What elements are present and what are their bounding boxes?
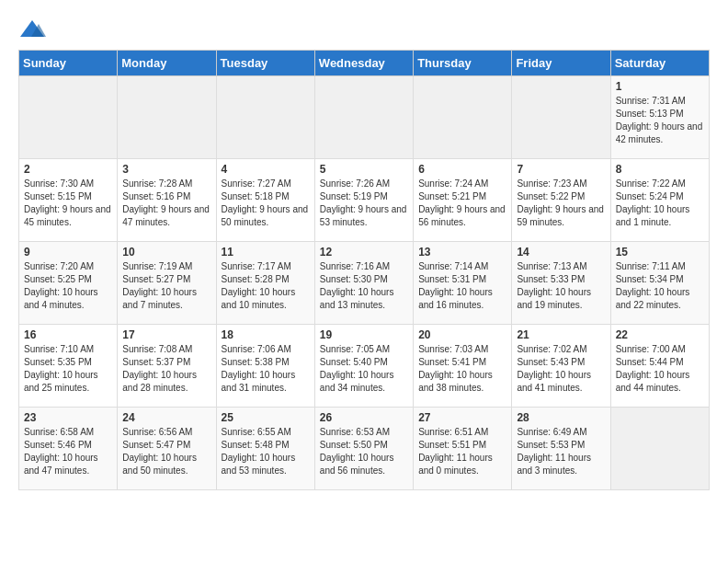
day-cell: 12Sunrise: 7:16 AM Sunset: 5:30 PM Dayli… xyxy=(314,242,413,325)
day-cell: 6Sunrise: 7:24 AM Sunset: 5:21 PM Daylig… xyxy=(414,159,512,242)
weekday-header-friday: Friday xyxy=(512,51,610,76)
day-cell: 3Sunrise: 7:28 AM Sunset: 5:16 PM Daylig… xyxy=(118,159,216,242)
day-number: 20 xyxy=(418,328,506,341)
day-cell: 2Sunrise: 7:30 AM Sunset: 5:15 PM Daylig… xyxy=(19,159,118,242)
week-row-3: 9Sunrise: 7:20 AM Sunset: 5:25 PM Daylig… xyxy=(19,242,710,325)
day-info: Sunrise: 7:02 AM Sunset: 5:43 PM Dayligh… xyxy=(517,343,605,395)
day-cell: 4Sunrise: 7:27 AM Sunset: 5:18 PM Daylig… xyxy=(216,159,314,242)
day-cell xyxy=(414,76,512,159)
day-info: Sunrise: 7:16 AM Sunset: 5:30 PM Dayligh… xyxy=(320,260,408,312)
day-info: Sunrise: 7:06 AM Sunset: 5:38 PM Dayligh… xyxy=(222,343,310,395)
day-number: 16 xyxy=(24,328,112,341)
day-info: Sunrise: 7:19 AM Sunset: 5:27 PM Dayligh… xyxy=(122,260,210,312)
day-info: Sunrise: 7:26 AM Sunset: 5:19 PM Dayligh… xyxy=(320,178,408,229)
day-number: 18 xyxy=(222,328,310,341)
day-cell xyxy=(610,408,709,490)
week-row-2: 2Sunrise: 7:30 AM Sunset: 5:15 PM Daylig… xyxy=(19,159,710,242)
day-number: 17 xyxy=(122,328,210,341)
day-cell: 18Sunrise: 7:06 AM Sunset: 5:38 PM Dayli… xyxy=(216,325,314,408)
day-info: Sunrise: 7:00 AM Sunset: 5:44 PM Dayligh… xyxy=(616,343,704,395)
day-cell: 19Sunrise: 7:05 AM Sunset: 5:40 PM Dayli… xyxy=(314,325,413,408)
day-cell: 16Sunrise: 7:10 AM Sunset: 5:35 PM Dayli… xyxy=(19,325,118,408)
day-info: Sunrise: 7:24 AM Sunset: 5:21 PM Dayligh… xyxy=(418,178,506,229)
day-number: 14 xyxy=(517,246,605,259)
weekday-header-thursday: Thursday xyxy=(414,51,512,76)
day-number: 26 xyxy=(320,411,408,424)
day-number: 27 xyxy=(418,411,506,424)
day-cell: 23Sunrise: 6:58 AM Sunset: 5:46 PM Dayli… xyxy=(19,408,118,490)
day-info: Sunrise: 7:28 AM Sunset: 5:16 PM Dayligh… xyxy=(122,178,210,229)
day-cell: 26Sunrise: 6:53 AM Sunset: 5:50 PM Dayli… xyxy=(314,408,413,490)
day-cell: 7Sunrise: 7:23 AM Sunset: 5:22 PM Daylig… xyxy=(512,159,610,242)
day-number: 10 xyxy=(122,246,210,259)
day-cell: 15Sunrise: 7:11 AM Sunset: 5:34 PM Dayli… xyxy=(610,242,709,325)
day-cell: 11Sunrise: 7:17 AM Sunset: 5:28 PM Dayli… xyxy=(216,242,314,325)
day-cell: 13Sunrise: 7:14 AM Sunset: 5:31 PM Dayli… xyxy=(414,242,512,325)
day-info: Sunrise: 6:56 AM Sunset: 5:47 PM Dayligh… xyxy=(122,426,210,477)
day-cell: 1Sunrise: 7:31 AM Sunset: 5:13 PM Daylig… xyxy=(610,76,709,159)
weekday-header-wednesday: Wednesday xyxy=(314,51,413,76)
day-cell: 9Sunrise: 7:20 AM Sunset: 5:25 PM Daylig… xyxy=(19,242,118,325)
day-number: 12 xyxy=(320,246,408,259)
day-number: 13 xyxy=(418,246,506,259)
day-cell: 28Sunrise: 6:49 AM Sunset: 5:53 PM Dayli… xyxy=(512,408,610,490)
day-cell: 5Sunrise: 7:26 AM Sunset: 5:19 PM Daylig… xyxy=(314,159,413,242)
day-cell: 27Sunrise: 6:51 AM Sunset: 5:51 PM Dayli… xyxy=(414,408,512,490)
day-number: 21 xyxy=(517,328,605,341)
day-cell xyxy=(314,76,413,159)
day-info: Sunrise: 7:13 AM Sunset: 5:33 PM Dayligh… xyxy=(517,260,605,312)
day-info: Sunrise: 7:23 AM Sunset: 5:22 PM Dayligh… xyxy=(517,178,605,229)
week-row-1: 1Sunrise: 7:31 AM Sunset: 5:13 PM Daylig… xyxy=(19,76,710,159)
day-number: 3 xyxy=(122,163,210,176)
day-info: Sunrise: 6:51 AM Sunset: 5:51 PM Dayligh… xyxy=(418,426,506,477)
day-info: Sunrise: 7:11 AM Sunset: 5:34 PM Dayligh… xyxy=(616,260,704,312)
logo xyxy=(18,18,50,40)
day-cell: 25Sunrise: 6:55 AM Sunset: 5:48 PM Dayli… xyxy=(216,408,314,490)
logo-icon xyxy=(18,18,46,40)
week-row-4: 16Sunrise: 7:10 AM Sunset: 5:35 PM Dayli… xyxy=(19,325,710,408)
day-number: 2 xyxy=(24,163,112,176)
day-number: 6 xyxy=(418,163,506,176)
day-info: Sunrise: 7:03 AM Sunset: 5:41 PM Dayligh… xyxy=(418,343,506,395)
day-cell: 10Sunrise: 7:19 AM Sunset: 5:27 PM Dayli… xyxy=(118,242,216,325)
day-info: Sunrise: 7:17 AM Sunset: 5:28 PM Dayligh… xyxy=(222,260,310,312)
day-info: Sunrise: 7:10 AM Sunset: 5:35 PM Dayligh… xyxy=(24,343,112,395)
day-info: Sunrise: 7:30 AM Sunset: 5:15 PM Dayligh… xyxy=(24,178,112,229)
day-cell: 14Sunrise: 7:13 AM Sunset: 5:33 PM Dayli… xyxy=(512,242,610,325)
weekday-header-saturday: Saturday xyxy=(610,51,709,76)
day-cell xyxy=(512,76,610,159)
day-info: Sunrise: 6:49 AM Sunset: 5:53 PM Dayligh… xyxy=(517,426,605,477)
day-cell: 21Sunrise: 7:02 AM Sunset: 5:43 PM Dayli… xyxy=(512,325,610,408)
day-info: Sunrise: 7:27 AM Sunset: 5:18 PM Dayligh… xyxy=(222,178,310,229)
day-number: 24 xyxy=(122,411,210,424)
day-cell: 22Sunrise: 7:00 AM Sunset: 5:44 PM Dayli… xyxy=(610,325,709,408)
day-cell: 8Sunrise: 7:22 AM Sunset: 5:24 PM Daylig… xyxy=(610,159,709,242)
day-number: 8 xyxy=(616,163,704,176)
day-info: Sunrise: 7:14 AM Sunset: 5:31 PM Dayligh… xyxy=(418,260,506,312)
day-info: Sunrise: 6:55 AM Sunset: 5:48 PM Dayligh… xyxy=(222,426,310,477)
day-cell: 24Sunrise: 6:56 AM Sunset: 5:47 PM Dayli… xyxy=(118,408,216,490)
day-cell xyxy=(216,76,314,159)
day-number: 11 xyxy=(222,246,310,259)
header xyxy=(18,18,710,40)
calendar-table: SundayMondayTuesdayWednesdayThursdayFrid… xyxy=(18,50,710,490)
day-info: Sunrise: 7:20 AM Sunset: 5:25 PM Dayligh… xyxy=(24,260,112,312)
day-cell: 20Sunrise: 7:03 AM Sunset: 5:41 PM Dayli… xyxy=(414,325,512,408)
day-info: Sunrise: 7:05 AM Sunset: 5:40 PM Dayligh… xyxy=(320,343,408,395)
day-info: Sunrise: 6:58 AM Sunset: 5:46 PM Dayligh… xyxy=(24,426,112,477)
day-info: Sunrise: 7:22 AM Sunset: 5:24 PM Dayligh… xyxy=(616,178,704,229)
week-row-5: 23Sunrise: 6:58 AM Sunset: 5:46 PM Dayli… xyxy=(19,408,710,490)
day-number: 22 xyxy=(616,328,704,341)
day-cell: 17Sunrise: 7:08 AM Sunset: 5:37 PM Dayli… xyxy=(118,325,216,408)
day-number: 1 xyxy=(616,80,704,93)
day-info: Sunrise: 7:31 AM Sunset: 5:13 PM Dayligh… xyxy=(616,95,704,146)
weekday-header-monday: Monday xyxy=(118,51,216,76)
day-number: 28 xyxy=(517,411,605,424)
weekday-header-row: SundayMondayTuesdayWednesdayThursdayFrid… xyxy=(19,51,710,76)
weekday-header-sunday: Sunday xyxy=(19,51,118,76)
day-number: 5 xyxy=(320,163,408,176)
day-number: 19 xyxy=(320,328,408,341)
day-number: 9 xyxy=(24,246,112,259)
day-number: 25 xyxy=(222,411,310,424)
day-number: 15 xyxy=(616,246,704,259)
